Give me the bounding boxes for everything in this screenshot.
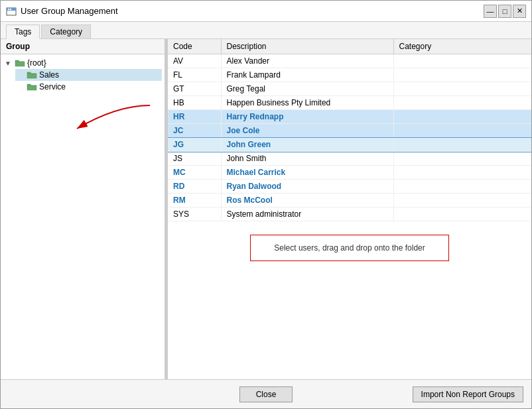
svg-point-2	[8, 8, 9, 9]
cell-code: MC	[168, 166, 221, 180]
table-container[interactable]: Code Description Category AVAlex VanderF…	[168, 39, 531, 379]
close-button[interactable]: Close	[239, 386, 293, 402]
table-row[interactable]: HBHappen Business Pty Limited	[168, 96, 531, 110]
col-category: Category	[393, 39, 531, 54]
expand-icon-sales	[17, 72, 25, 79]
table-row[interactable]: FLFrank Lampard	[168, 68, 531, 82]
table-row[interactable]: HRHarry Rednapp	[168, 110, 531, 124]
expand-icon-root: ▼	[5, 60, 13, 67]
cell-description: Happen Business Pty Limited	[221, 96, 393, 110]
cell-category	[393, 194, 531, 207]
tree-node-sales-label: Sales	[39, 70, 59, 80]
svg-point-3	[10, 8, 11, 9]
expand-icon-service	[17, 84, 25, 91]
cell-description: Frank Lampard	[221, 68, 393, 82]
import-button[interactable]: Import Non Report Groups	[413, 386, 523, 402]
maximize-button[interactable]: □	[498, 5, 511, 18]
cell-category	[393, 68, 531, 82]
table-body: AVAlex VanderFLFrank LampardGTGreg Tegal…	[168, 54, 531, 221]
hint-text: Select users, drag and drop onto the fol…	[274, 243, 425, 253]
cell-description: Joe Cole	[221, 124, 393, 138]
window-title: User Group Management	[21, 6, 118, 16]
table-row[interactable]: JSJohn Smith	[168, 152, 531, 166]
cell-category	[393, 110, 531, 124]
cell-category	[393, 124, 531, 138]
cell-category	[393, 82, 531, 96]
cell-description: John Smith	[221, 152, 393, 166]
cell-description: John Green	[221, 138, 393, 152]
content-area: Group ▼ {root}	[1, 39, 531, 379]
group-header: Group	[1, 39, 165, 54]
cell-code: AV	[168, 54, 221, 68]
cell-code: JG	[168, 138, 221, 152]
tree-node-service-label: Service	[39, 82, 66, 91]
tree-node-root-label: {root}	[27, 58, 46, 68]
title-bar: User Group Management — □ ✕	[1, 1, 531, 22]
cell-category	[393, 180, 531, 194]
tree-area[interactable]: ▼ {root} Sales	[1, 54, 165, 379]
col-description: Description	[221, 39, 393, 54]
right-panel: Code Description Category AVAlex VanderF…	[168, 39, 531, 379]
folder-icon-sales	[27, 70, 37, 80]
table-row[interactable]: AVAlex Vander	[168, 54, 531, 68]
table-row[interactable]: JCJoe Cole	[168, 124, 531, 138]
cell-code: RD	[168, 180, 221, 194]
table-row[interactable]: GTGreg Tegal	[168, 82, 531, 96]
table-row[interactable]: MCMichael Carrick	[168, 166, 531, 180]
cell-description: Ryan Dalwood	[221, 180, 393, 194]
cell-category	[393, 96, 531, 110]
cell-code: JS	[168, 152, 221, 166]
cell-category	[393, 54, 531, 68]
cell-category	[393, 138, 531, 152]
cell-description: Alex Vander	[221, 54, 393, 68]
tab-tags[interactable]: Tags	[6, 25, 40, 39]
col-code: Code	[168, 39, 221, 54]
cell-code: HR	[168, 110, 221, 124]
tree-node-root[interactable]: ▼ {root}	[3, 57, 162, 69]
title-controls: — □ ✕	[484, 5, 526, 18]
cell-description: Michael Carrick	[221, 166, 393, 180]
cell-code: GT	[168, 82, 221, 96]
window-icon	[6, 6, 17, 17]
cell-category	[393, 166, 531, 180]
cell-category	[393, 152, 531, 166]
left-panel: Group ▼ {root}	[1, 39, 165, 379]
title-bar-left: User Group Management	[6, 6, 118, 17]
cell-category	[393, 207, 531, 221]
table-row[interactable]: SYSSystem administrator	[168, 207, 531, 221]
cell-code: JC	[168, 124, 221, 138]
cell-description: System administrator	[221, 207, 393, 221]
tree-node-service[interactable]: Service	[15, 81, 162, 93]
table-row[interactable]: RMRos McCool	[168, 194, 531, 207]
table-row[interactable]: JGJohn Green	[168, 138, 531, 152]
cell-code: HB	[168, 96, 221, 110]
tree-node-sales[interactable]: Sales	[15, 69, 162, 81]
cell-description: Harry Rednapp	[221, 110, 393, 124]
cell-code: SYS	[168, 207, 221, 221]
folder-icon-root	[15, 58, 25, 68]
folder-icon-service	[27, 82, 37, 91]
bottom-bar: Close Import Non Report Groups	[1, 379, 531, 408]
hint-box: Select users, drag and drop onto the fol…	[250, 235, 449, 261]
main-window: User Group Management — □ ✕ Tags Categor…	[0, 0, 532, 409]
cell-code: FL	[168, 68, 221, 82]
cell-description: Greg Tegal	[221, 82, 393, 96]
cell-description: Ros McCool	[221, 194, 393, 207]
tabs-bar: Tags Category	[1, 22, 531, 39]
window-close-button[interactable]: ✕	[513, 5, 526, 18]
table-row[interactable]: RDRyan Dalwood	[168, 180, 531, 194]
users-table: Code Description Category AVAlex VanderF…	[168, 39, 531, 221]
table-header: Code Description Category	[168, 39, 531, 54]
cell-code: RM	[168, 194, 221, 207]
minimize-button[interactable]: —	[484, 5, 497, 18]
tab-category[interactable]: Category	[41, 25, 91, 38]
tree-children: Sales Service	[3, 69, 162, 93]
